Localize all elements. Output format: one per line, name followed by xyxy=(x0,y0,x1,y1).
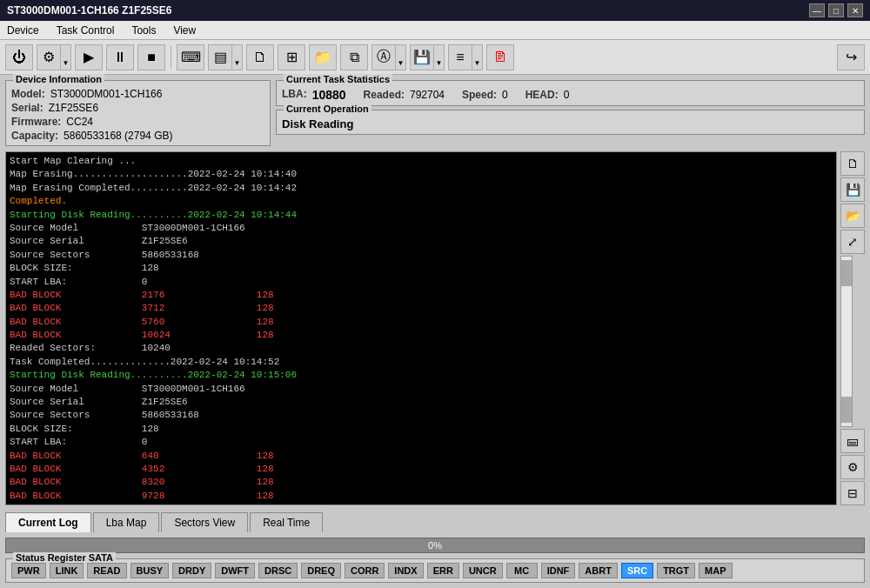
model-value: ST3000DM001-1CH166 xyxy=(50,88,163,100)
settings-button[interactable]: ⚙ xyxy=(37,44,61,70)
device-arrow[interactable]: ▼ xyxy=(434,44,445,70)
save-icon-button[interactable]: 💾 xyxy=(840,177,865,202)
settings2-icon-button[interactable]: ⚙ xyxy=(840,455,865,479)
scrollbar-track[interactable] xyxy=(840,256,853,427)
log-line: BAD BLOCK 640 128 xyxy=(10,450,833,463)
columns-button[interactable]: ▤ xyxy=(208,44,232,70)
status-bit-src[interactable]: SRC xyxy=(621,563,653,578)
scrollbar-thumb-2 xyxy=(841,397,852,423)
minus-lines-arrow[interactable]: ▼ xyxy=(472,44,483,70)
serial-label: Serial: xyxy=(11,102,44,114)
current-operation-title: Current Operation xyxy=(284,104,371,114)
log-line: BAD BLOCK 4352 128 xyxy=(10,463,833,476)
log-line: Map Erasing....................2022-02-2… xyxy=(10,168,833,181)
log-line: Readed Sectors: 10240 xyxy=(10,342,833,355)
speed-value: 0 xyxy=(502,89,508,101)
status-bit-link[interactable]: LINK xyxy=(50,563,84,578)
tab-real-time[interactable]: Real Time xyxy=(250,512,323,532)
status-bit-read[interactable]: READ xyxy=(87,563,126,578)
log-line: BAD BLOCK 8320 128 xyxy=(10,476,833,489)
pdf-button[interactable]: 🖹 xyxy=(486,44,514,70)
keyboard-button[interactable]: ⌨ xyxy=(177,44,204,70)
exit-button[interactable]: ↪ xyxy=(837,44,865,70)
tab-row: Current Log Lba Map Sectors View Real Ti… xyxy=(5,512,865,532)
log-panel: Start Map Clearing ...Map Erasing.......… xyxy=(5,151,837,505)
text-button[interactable]: Ⓐ xyxy=(371,44,396,70)
menu-bar: Device Task Control Tools View xyxy=(0,21,870,40)
power-button[interactable]: ⏻ xyxy=(5,44,33,70)
status-bit-err[interactable]: ERR xyxy=(427,563,459,578)
log-content[interactable]: Start Map Clearing ...Map Erasing.......… xyxy=(6,152,836,504)
log-line: Start Map Clearing ... xyxy=(10,155,833,168)
split-button[interactable]: ⊞ xyxy=(278,44,305,70)
log-line: Starting Disk Reading..........2022-02-2… xyxy=(10,369,833,382)
hdd-icon-button[interactable]: 🖴 xyxy=(840,429,865,453)
scrollbar-thumb xyxy=(841,260,852,286)
stop-button[interactable]: ■ xyxy=(137,44,165,70)
status-bit-drsc[interactable]: DRSC xyxy=(258,563,298,578)
status-bit-idnf[interactable]: IDNF xyxy=(541,563,576,578)
copy-button[interactable]: ⧉ xyxy=(340,44,368,70)
log-line: BAD BLOCK 10624 128 xyxy=(10,329,833,342)
head-value: 0 xyxy=(564,89,570,101)
minimize-button[interactable]: — xyxy=(809,3,825,17)
status-bit-pwr[interactable]: PWR xyxy=(11,563,46,578)
log-line: Source Serial Z1F25SE6 xyxy=(10,396,833,409)
log-line: START LBA: 0 xyxy=(10,276,833,289)
log-line: BAD BLOCK 9728 128 xyxy=(10,490,833,503)
play-button[interactable]: ▶ xyxy=(75,44,103,70)
log-line: Starting Disk Reading..........2022-02-2… xyxy=(10,209,833,222)
log-area: Start Map Clearing ...Map Erasing.......… xyxy=(5,151,865,505)
menu-task-control[interactable]: Task Control xyxy=(53,23,118,38)
menu-tools[interactable]: Tools xyxy=(128,23,159,38)
status-bit-map[interactable]: MAP xyxy=(699,563,732,578)
operation-value: Disk Reading xyxy=(282,117,353,130)
status-bit-uncr[interactable]: UNCR xyxy=(463,563,503,578)
settings-arrow[interactable]: ▼ xyxy=(61,44,71,70)
status-bit-dreq[interactable]: DREQ xyxy=(301,563,341,578)
device-info-panel: Device Information Model: ST3000DM001-1C… xyxy=(5,80,271,146)
status-bits: PWRLINKREADBUSYDRDYDWFTDRSCDREQCORRINDXE… xyxy=(11,563,859,578)
resize-icon-button[interactable]: ⤢ xyxy=(840,230,865,254)
serial-value: Z1F25SE6 xyxy=(49,102,98,114)
tab-current-log[interactable]: Current Log xyxy=(5,512,91,532)
model-label: Model: xyxy=(11,88,45,100)
status-bit-corr[interactable]: CORR xyxy=(345,563,385,578)
log-line: Source Model ST3000DM001-1CH166 xyxy=(10,383,833,396)
tab-lba-map[interactable]: Lba Map xyxy=(93,512,160,532)
log-line: Source Serial Z1F25SE6 xyxy=(10,235,833,248)
columns-arrow[interactable]: ▼ xyxy=(232,44,243,70)
current-operation-panel: Current Operation Disk Reading xyxy=(276,110,865,135)
progress-bar: 0% xyxy=(5,538,865,553)
task-stats-title: Current Task Statistics xyxy=(284,74,392,84)
head-label: HEAD: xyxy=(525,89,559,101)
status-bit-abrt[interactable]: ABRT xyxy=(579,563,618,578)
menu-device[interactable]: Device xyxy=(3,23,43,38)
tab-sectors-view[interactable]: Sectors View xyxy=(161,512,248,532)
text-arrow[interactable]: ▼ xyxy=(396,44,406,70)
folder-icon-button[interactable]: 📂 xyxy=(840,204,865,228)
status-bit-dwft[interactable]: DWFT xyxy=(215,563,255,578)
device-button[interactable]: 💾 xyxy=(410,44,434,70)
page-icon-button[interactable]: 🗋 xyxy=(840,151,865,176)
menu-view[interactable]: View xyxy=(170,23,199,38)
status-bit-trgt[interactable]: TRGT xyxy=(657,563,695,578)
log-line: BAD BLOCK 2176 128 xyxy=(10,289,833,302)
pause-button[interactable]: ⏸ xyxy=(106,44,134,70)
lba-value: 10880 xyxy=(312,88,346,102)
minus-lines-button[interactable]: ≡ xyxy=(448,44,472,70)
status-bit-indx[interactable]: INDX xyxy=(388,563,423,578)
log-line: BLOCK SIZE: 128 xyxy=(10,262,833,275)
status-bit-busy[interactable]: BUSY xyxy=(130,563,170,578)
log-line: Source Sectors 5860533168 xyxy=(10,409,833,422)
close-button[interactable]: ✕ xyxy=(847,3,863,17)
readed-value: 792704 xyxy=(410,89,445,101)
separator-1 xyxy=(171,46,171,69)
status-bit-drdy[interactable]: DRDY xyxy=(172,563,211,578)
status-bit-mc[interactable]: MC xyxy=(506,563,538,578)
folder-button[interactable]: 📁 xyxy=(309,44,337,70)
title-bar: ST3000DM001-1CH166 Z1F25SE6 — □ ✕ xyxy=(0,0,870,21)
maximize-button[interactable]: □ xyxy=(828,3,844,17)
file-button[interactable]: 🗋 xyxy=(246,44,274,70)
adjust-icon-button[interactable]: ⊟ xyxy=(840,481,865,505)
